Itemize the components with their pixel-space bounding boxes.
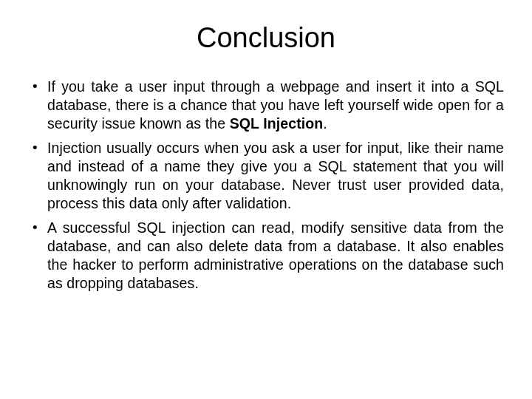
slide-title: Conclusion [28, 22, 504, 54]
bullet-list: If you take a user input through a webpa… [28, 78, 504, 292]
slide: Conclusion If you take a user input thro… [0, 0, 532, 399]
list-item: If you take a user input through a webpa… [28, 78, 504, 133]
bullet-text-pre: Injection usually occurs when you ask a … [47, 140, 504, 211]
bullet-text-post: . [323, 115, 327, 132]
bullet-text-bold: SQL Injection [230, 115, 324, 132]
bullet-text-pre: A successful SQL injection can read, mod… [47, 219, 504, 291]
list-item: Injection usually occurs when you ask a … [28, 139, 504, 213]
list-item: A successful SQL injection can read, mod… [28, 219, 504, 293]
